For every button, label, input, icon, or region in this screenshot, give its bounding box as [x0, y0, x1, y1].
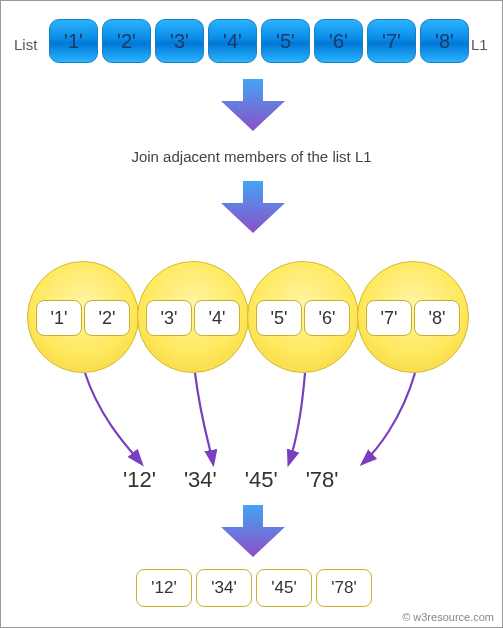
diagram-canvas: List L1 '1' '2' '3' '4' '5' '6' '7' '8' … [0, 0, 503, 628]
list-item: '5' [261, 19, 310, 63]
pair-circle: '7' '8' [357, 261, 469, 373]
arrow-down-icon [221, 79, 285, 131]
svg-marker-1 [221, 181, 285, 233]
output-item: '45' [256, 569, 312, 607]
grouped-circles-row: '1' '2' '3' '4' '5' '6' '7' '8' [29, 261, 469, 373]
pair-item: '7' [366, 300, 412, 336]
list-item: '4' [208, 19, 257, 63]
list-item: '3' [155, 19, 204, 63]
top-list-row: '1' '2' '3' '4' '5' '6' '7' '8' [49, 19, 469, 63]
svg-marker-0 [221, 79, 285, 131]
output-item: '12' [136, 569, 192, 607]
list-item: '7' [367, 19, 416, 63]
caption-join: Join adjacent members of the list L1 [1, 148, 502, 165]
label-list: List [14, 36, 37, 53]
result-value: '78' [306, 467, 339, 493]
list-item: '6' [314, 19, 363, 63]
pair-item: '5' [256, 300, 302, 336]
label-l1: L1 [471, 36, 488, 53]
pair-item: '6' [304, 300, 350, 336]
list-item: '1' [49, 19, 98, 63]
output-item: '34' [196, 569, 252, 607]
list-item: '8' [420, 19, 469, 63]
pair-item: '8' [414, 300, 460, 336]
pair-item: '3' [146, 300, 192, 336]
credit-text: © w3resource.com [402, 611, 494, 623]
pair-circle: '3' '4' [137, 261, 249, 373]
pair-item: '2' [84, 300, 130, 336]
result-text-row: '12' '34' '45' '78' [123, 467, 339, 493]
output-list-row: '12' '34' '45' '78' [136, 569, 372, 607]
pair-item: '4' [194, 300, 240, 336]
pair-item: '1' [36, 300, 82, 336]
arrow-down-icon [221, 181, 285, 233]
pair-circle: '1' '2' [27, 261, 139, 373]
svg-marker-2 [221, 505, 285, 557]
list-item: '2' [102, 19, 151, 63]
result-value: '34' [184, 467, 217, 493]
output-item: '78' [316, 569, 372, 607]
result-value: '12' [123, 467, 156, 493]
arrow-down-icon [221, 505, 285, 557]
pair-circle: '5' '6' [247, 261, 359, 373]
result-value: '45' [245, 467, 278, 493]
